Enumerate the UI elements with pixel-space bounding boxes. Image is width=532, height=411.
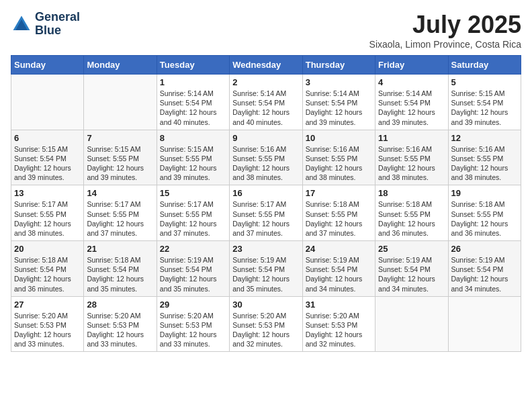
day-number: 8 (160, 133, 226, 143)
day-info: Sunrise: 5:16 AM Sunset: 5:55 PM Dayligh… (451, 144, 518, 183)
day-cell: 6Sunrise: 5:15 AM Sunset: 5:54 PM Daylig… (11, 130, 84, 185)
day-number: 15 (160, 188, 226, 198)
day-number: 26 (451, 244, 518, 254)
weekday-row: SundayMondayTuesdayWednesdayThursdayFrid… (11, 56, 521, 75)
day-info: Sunrise: 5:20 AM Sunset: 5:53 PM Dayligh… (87, 311, 153, 349)
day-number: 5 (451, 77, 518, 87)
page-header: General Blue July 2025 Sixaola, Limon Pr… (11, 11, 521, 50)
day-cell: 15Sunrise: 5:17 AM Sunset: 5:55 PM Dayli… (157, 185, 229, 241)
day-number: 18 (378, 188, 445, 198)
day-number: 6 (14, 133, 81, 143)
day-cell: 13Sunrise: 5:17 AM Sunset: 5:55 PM Dayli… (11, 185, 84, 241)
day-info: Sunrise: 5:20 AM Sunset: 5:53 PM Dayligh… (160, 311, 226, 349)
day-cell (11, 75, 84, 130)
day-number: 14 (87, 188, 153, 198)
day-info: Sunrise: 5:19 AM Sunset: 5:54 PM Dayligh… (232, 255, 299, 293)
day-info: Sunrise: 5:14 AM Sunset: 5:54 PM Dayligh… (378, 89, 445, 127)
day-info: Sunrise: 5:19 AM Sunset: 5:54 PM Dayligh… (378, 255, 445, 293)
day-number: 31 (306, 300, 372, 310)
day-info: Sunrise: 5:18 AM Sunset: 5:55 PM Dayligh… (451, 199, 518, 238)
day-info: Sunrise: 5:15 AM Sunset: 5:54 PM Dayligh… (14, 144, 81, 183)
day-cell: 9Sunrise: 5:16 AM Sunset: 5:55 PM Daylig… (230, 130, 302, 185)
day-info: Sunrise: 5:19 AM Sunset: 5:54 PM Dayligh… (451, 255, 518, 293)
day-number: 23 (232, 244, 299, 254)
day-number: 25 (378, 244, 445, 254)
day-info: Sunrise: 5:19 AM Sunset: 5:54 PM Dayligh… (306, 255, 372, 293)
day-info: Sunrise: 5:16 AM Sunset: 5:55 PM Dayligh… (232, 144, 299, 183)
day-cell: 7Sunrise: 5:15 AM Sunset: 5:55 PM Daylig… (84, 130, 157, 185)
day-info: Sunrise: 5:16 AM Sunset: 5:55 PM Dayligh… (378, 144, 445, 183)
day-info: Sunrise: 5:15 AM Sunset: 5:55 PM Dayligh… (87, 144, 153, 183)
week-row-2: 6Sunrise: 5:15 AM Sunset: 5:54 PM Daylig… (11, 130, 521, 185)
day-info: Sunrise: 5:16 AM Sunset: 5:55 PM Dayligh… (306, 144, 372, 183)
day-cell: 20Sunrise: 5:18 AM Sunset: 5:54 PM Dayli… (11, 241, 84, 297)
day-cell (84, 75, 157, 130)
day-number: 27 (14, 300, 81, 310)
day-cell: 17Sunrise: 5:18 AM Sunset: 5:55 PM Dayli… (302, 185, 375, 241)
day-cell: 19Sunrise: 5:18 AM Sunset: 5:55 PM Dayli… (448, 185, 521, 241)
day-cell: 4Sunrise: 5:14 AM Sunset: 5:54 PM Daylig… (375, 75, 448, 130)
day-info: Sunrise: 5:18 AM Sunset: 5:55 PM Dayligh… (306, 199, 372, 238)
day-number: 4 (378, 77, 445, 87)
day-info: Sunrise: 5:17 AM Sunset: 5:55 PM Dayligh… (232, 199, 299, 238)
logo-text: General Blue (35, 11, 80, 38)
day-cell: 1Sunrise: 5:14 AM Sunset: 5:54 PM Daylig… (157, 75, 229, 130)
day-cell: 26Sunrise: 5:19 AM Sunset: 5:54 PM Dayli… (448, 241, 521, 297)
day-number: 2 (232, 77, 299, 87)
weekday-header-friday: Friday (375, 56, 448, 75)
day-cell: 24Sunrise: 5:19 AM Sunset: 5:54 PM Dayli… (302, 241, 375, 297)
week-row-1: 1Sunrise: 5:14 AM Sunset: 5:54 PM Daylig… (11, 75, 521, 130)
day-info: Sunrise: 5:15 AM Sunset: 5:54 PM Dayligh… (451, 89, 518, 127)
day-info: Sunrise: 5:19 AM Sunset: 5:54 PM Dayligh… (160, 255, 226, 293)
day-cell: 18Sunrise: 5:18 AM Sunset: 5:55 PM Dayli… (375, 185, 448, 241)
day-number: 12 (451, 133, 518, 143)
weekday-header-monday: Monday (84, 56, 157, 75)
day-info: Sunrise: 5:18 AM Sunset: 5:54 PM Dayligh… (14, 255, 81, 293)
weekday-header-sunday: Sunday (11, 56, 84, 75)
day-info: Sunrise: 5:15 AM Sunset: 5:55 PM Dayligh… (160, 144, 226, 183)
month-year-title: July 2025 (369, 11, 521, 39)
weekday-header-saturday: Saturday (448, 56, 521, 75)
calendar-body: 1Sunrise: 5:14 AM Sunset: 5:54 PM Daylig… (11, 75, 521, 352)
day-cell: 3Sunrise: 5:14 AM Sunset: 5:54 PM Daylig… (302, 75, 375, 130)
day-info: Sunrise: 5:14 AM Sunset: 5:54 PM Dayligh… (232, 89, 299, 127)
day-number: 3 (306, 77, 372, 87)
week-row-5: 27Sunrise: 5:20 AM Sunset: 5:53 PM Dayli… (11, 296, 521, 352)
day-number: 29 (160, 300, 226, 310)
week-row-3: 13Sunrise: 5:17 AM Sunset: 5:55 PM Dayli… (11, 185, 521, 241)
day-info: Sunrise: 5:20 AM Sunset: 5:53 PM Dayligh… (14, 311, 81, 349)
day-cell: 30Sunrise: 5:20 AM Sunset: 5:53 PM Dayli… (230, 296, 302, 352)
day-number: 21 (87, 244, 153, 254)
day-number: 1 (160, 77, 226, 87)
day-info: Sunrise: 5:17 AM Sunset: 5:55 PM Dayligh… (160, 199, 226, 238)
calendar-header: SundayMondayTuesdayWednesdayThursdayFrid… (11, 56, 521, 75)
day-info: Sunrise: 5:18 AM Sunset: 5:55 PM Dayligh… (378, 199, 445, 238)
day-cell (448, 296, 521, 352)
day-cell: 14Sunrise: 5:17 AM Sunset: 5:55 PM Dayli… (84, 185, 157, 241)
day-number: 11 (378, 133, 445, 143)
day-cell: 22Sunrise: 5:19 AM Sunset: 5:54 PM Dayli… (157, 241, 229, 297)
day-number: 13 (14, 188, 81, 198)
day-cell: 27Sunrise: 5:20 AM Sunset: 5:53 PM Dayli… (11, 296, 84, 352)
day-info: Sunrise: 5:20 AM Sunset: 5:53 PM Dayligh… (306, 311, 372, 349)
day-cell: 21Sunrise: 5:18 AM Sunset: 5:54 PM Dayli… (84, 241, 157, 297)
day-cell: 5Sunrise: 5:15 AM Sunset: 5:54 PM Daylig… (448, 75, 521, 130)
day-number: 20 (14, 244, 81, 254)
day-cell: 25Sunrise: 5:19 AM Sunset: 5:54 PM Dayli… (375, 241, 448, 297)
day-cell (375, 296, 448, 352)
title-block: July 2025 Sixaola, Limon Province, Costa… (369, 11, 521, 50)
day-cell: 10Sunrise: 5:16 AM Sunset: 5:55 PM Dayli… (302, 130, 375, 185)
logo: General Blue (11, 11, 80, 38)
day-info: Sunrise: 5:14 AM Sunset: 5:54 PM Dayligh… (160, 89, 226, 127)
day-cell: 8Sunrise: 5:15 AM Sunset: 5:55 PM Daylig… (157, 130, 229, 185)
day-info: Sunrise: 5:17 AM Sunset: 5:55 PM Dayligh… (87, 199, 153, 238)
weekday-header-tuesday: Tuesday (157, 56, 229, 75)
day-cell: 11Sunrise: 5:16 AM Sunset: 5:55 PM Dayli… (375, 130, 448, 185)
day-number: 9 (232, 133, 299, 143)
day-cell: 31Sunrise: 5:20 AM Sunset: 5:53 PM Dayli… (302, 296, 375, 352)
day-number: 7 (87, 133, 153, 143)
day-number: 10 (306, 133, 372, 143)
logo-line1: General (35, 11, 80, 24)
weekday-header-thursday: Thursday (302, 56, 375, 75)
day-number: 19 (451, 188, 518, 198)
